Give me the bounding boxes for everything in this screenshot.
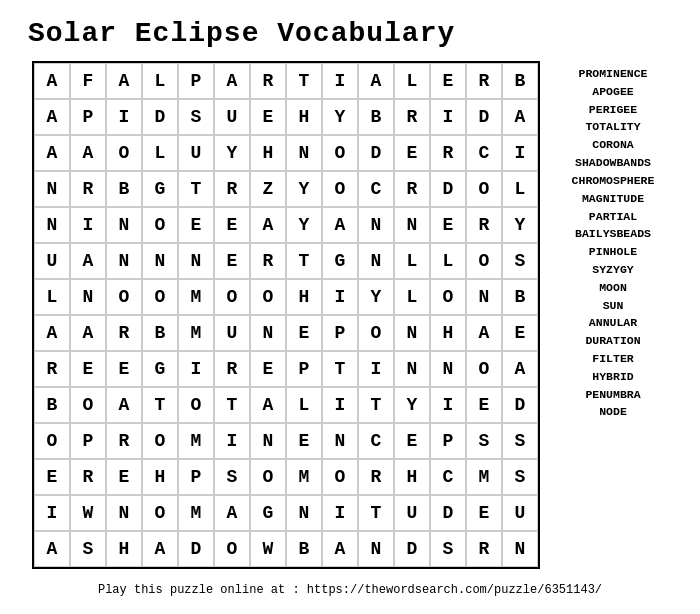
grid-cell[interactable]: N — [106, 495, 142, 531]
grid-cell[interactable]: T — [142, 387, 178, 423]
grid-cell[interactable]: T — [286, 243, 322, 279]
grid-cell[interactable]: I — [178, 351, 214, 387]
grid-cell[interactable]: A — [34, 315, 70, 351]
grid-cell[interactable]: C — [430, 459, 466, 495]
grid-cell[interactable]: O — [250, 279, 286, 315]
grid-cell[interactable]: Y — [286, 207, 322, 243]
grid-cell[interactable]: U — [394, 495, 430, 531]
grid-cell[interactable]: E — [70, 351, 106, 387]
grid-cell[interactable]: E — [214, 207, 250, 243]
grid-cell[interactable]: Y — [358, 279, 394, 315]
grid-cell[interactable]: R — [466, 63, 502, 99]
grid-cell[interactable]: R — [466, 207, 502, 243]
grid-cell[interactable]: R — [70, 459, 106, 495]
grid-cell[interactable]: E — [178, 207, 214, 243]
grid-cell[interactable]: I — [34, 495, 70, 531]
grid-cell[interactable]: P — [322, 315, 358, 351]
grid-cell[interactable]: L — [502, 171, 538, 207]
grid-cell[interactable]: U — [34, 243, 70, 279]
grid-cell[interactable]: O — [214, 279, 250, 315]
grid-cell[interactable]: I — [430, 99, 466, 135]
grid-cell[interactable]: S — [70, 531, 106, 567]
grid-cell[interactable]: O — [70, 387, 106, 423]
grid-cell[interactable]: I — [214, 423, 250, 459]
grid-cell[interactable]: L — [394, 279, 430, 315]
grid-cell[interactable]: G — [142, 171, 178, 207]
grid-cell[interactable]: R — [106, 315, 142, 351]
grid-cell[interactable]: E — [250, 351, 286, 387]
grid-cell[interactable]: M — [178, 279, 214, 315]
grid-cell[interactable]: A — [34, 531, 70, 567]
grid-cell[interactable]: T — [322, 351, 358, 387]
grid-cell[interactable]: D — [178, 531, 214, 567]
grid-cell[interactable]: U — [214, 99, 250, 135]
grid-cell[interactable]: N — [358, 207, 394, 243]
grid-cell[interactable]: I — [358, 351, 394, 387]
grid-cell[interactable]: O — [178, 387, 214, 423]
grid-cell[interactable]: Z — [250, 171, 286, 207]
grid-cell[interactable]: H — [430, 315, 466, 351]
grid-cell[interactable]: E — [394, 135, 430, 171]
grid-cell[interactable]: U — [214, 315, 250, 351]
grid-cell[interactable]: A — [502, 99, 538, 135]
grid-cell[interactable]: W — [250, 531, 286, 567]
grid-cell[interactable]: D — [466, 99, 502, 135]
grid-cell[interactable]: N — [502, 531, 538, 567]
grid-cell[interactable]: R — [466, 531, 502, 567]
grid-cell[interactable]: M — [178, 423, 214, 459]
grid-cell[interactable]: Y — [214, 135, 250, 171]
grid-cell[interactable]: I — [322, 495, 358, 531]
grid-cell[interactable]: E — [394, 423, 430, 459]
grid-cell[interactable]: S — [178, 99, 214, 135]
grid-cell[interactable]: E — [34, 459, 70, 495]
grid-cell[interactable]: R — [106, 423, 142, 459]
grid-cell[interactable]: B — [502, 63, 538, 99]
grid-cell[interactable]: N — [106, 243, 142, 279]
grid-cell[interactable]: P — [286, 351, 322, 387]
grid-cell[interactable]: O — [106, 279, 142, 315]
grid-cell[interactable]: O — [250, 459, 286, 495]
grid-cell[interactable]: O — [142, 207, 178, 243]
grid-cell[interactable]: B — [502, 279, 538, 315]
grid-cell[interactable]: I — [502, 135, 538, 171]
grid-cell[interactable]: E — [214, 243, 250, 279]
grid-cell[interactable]: P — [178, 459, 214, 495]
grid-cell[interactable]: D — [430, 495, 466, 531]
grid-cell[interactable]: R — [250, 243, 286, 279]
grid-cell[interactable]: O — [322, 459, 358, 495]
grid-cell[interactable]: E — [286, 315, 322, 351]
grid-cell[interactable]: E — [430, 207, 466, 243]
grid-cell[interactable]: O — [322, 135, 358, 171]
grid-cell[interactable]: R — [394, 99, 430, 135]
grid-cell[interactable]: B — [34, 387, 70, 423]
grid-cell[interactable]: R — [70, 171, 106, 207]
grid-cell[interactable]: A — [142, 531, 178, 567]
grid-cell[interactable]: S — [214, 459, 250, 495]
grid-cell[interactable]: A — [214, 63, 250, 99]
grid-cell[interactable]: C — [358, 423, 394, 459]
grid-cell[interactable]: O — [430, 279, 466, 315]
grid-cell[interactable]: A — [34, 63, 70, 99]
grid-cell[interactable]: E — [466, 495, 502, 531]
grid-cell[interactable]: P — [430, 423, 466, 459]
grid-cell[interactable]: T — [358, 495, 394, 531]
grid-cell[interactable]: E — [106, 459, 142, 495]
grid-cell[interactable]: A — [466, 315, 502, 351]
grid-cell[interactable]: D — [142, 99, 178, 135]
grid-cell[interactable]: R — [394, 171, 430, 207]
grid-cell[interactable]: E — [430, 63, 466, 99]
grid-cell[interactable]: O — [106, 135, 142, 171]
grid-cell[interactable]: B — [358, 99, 394, 135]
grid-cell[interactable]: L — [394, 63, 430, 99]
grid-cell[interactable]: R — [214, 171, 250, 207]
grid-cell[interactable]: L — [34, 279, 70, 315]
grid-cell[interactable]: B — [106, 171, 142, 207]
grid-cell[interactable]: O — [142, 279, 178, 315]
grid-cell[interactable]: R — [358, 459, 394, 495]
grid-cell[interactable]: A — [70, 315, 106, 351]
grid-cell[interactable]: U — [502, 495, 538, 531]
grid-cell[interactable]: N — [250, 315, 286, 351]
grid-cell[interactable]: Y — [322, 99, 358, 135]
grid-cell[interactable]: I — [430, 387, 466, 423]
grid-cell[interactable]: A — [214, 495, 250, 531]
